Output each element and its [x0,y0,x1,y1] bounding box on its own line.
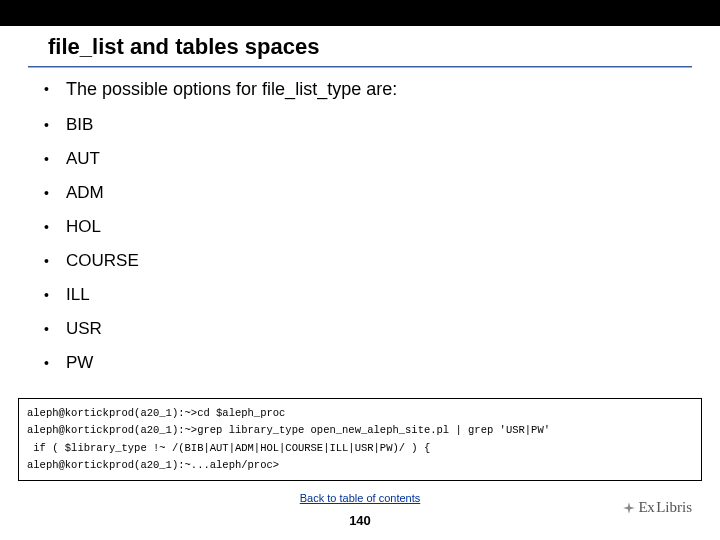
slide: file_list and tables spaces • The possib… [0,0,720,540]
bullet-option-text: ILL [66,284,90,306]
bullet-option-text: ADM [66,182,104,204]
slide-title: file_list and tables spaces [48,34,319,60]
bullet-dot-icon: • [44,352,66,374]
bullet-dot-icon: • [44,216,66,238]
title-underline [28,66,692,68]
terminal-code-box: aleph@kortickprod(a20_1):~>cd $aleph_pro… [18,398,702,481]
bullet-option-text: AUT [66,148,100,170]
exlibris-star-icon [622,501,636,515]
code-line: if ( $library_type !~ /(BIB|AUT|ADM|HOL|… [27,442,430,454]
bullet-dot-icon: • [44,78,66,100]
logo-main: Libris [656,499,692,516]
bullet-dot-icon: • [44,182,66,204]
footer-link-container: Back to table of contents [0,492,720,504]
bullet-option-text: BIB [66,114,93,136]
bullet-dot-icon: • [44,318,66,340]
bullet-option-text: COURSE [66,250,139,272]
page-number: 140 [0,513,720,528]
bullet-dot-icon: • [44,114,66,136]
content-area: • The possible options for file_list_typ… [44,78,676,386]
bullet-option: • ILL [44,284,676,306]
back-to-toc-link[interactable]: Back to table of contents [300,492,420,504]
bullet-option-text: PW [66,352,93,374]
bullet-dot-icon: • [44,148,66,170]
top-black-bar [0,0,720,26]
bullet-intro-text: The possible options for file_list_type … [66,78,397,100]
bullet-option: • COURSE [44,250,676,272]
bullet-option: • BIB [44,114,676,136]
code-line: aleph@kortickprod(a20_1):~...aleph/proc> [27,459,279,471]
code-line: aleph@kortickprod(a20_1):~>grep library_… [27,424,550,436]
code-line: aleph@kortickprod(a20_1):~>cd $aleph_pro… [27,407,285,419]
bullet-option: • USR [44,318,676,340]
bullet-option-text: HOL [66,216,101,238]
bullet-option: • PW [44,352,676,374]
exlibris-logo: ExLibris [622,499,692,516]
bullet-option: • HOL [44,216,676,238]
logo-prefix: Ex [638,499,654,516]
bullet-option: • AUT [44,148,676,170]
bullet-dot-icon: • [44,250,66,272]
bullet-option: • ADM [44,182,676,204]
bullet-dot-icon: • [44,284,66,306]
bullet-intro: • The possible options for file_list_typ… [44,78,676,100]
bullet-option-text: USR [66,318,102,340]
